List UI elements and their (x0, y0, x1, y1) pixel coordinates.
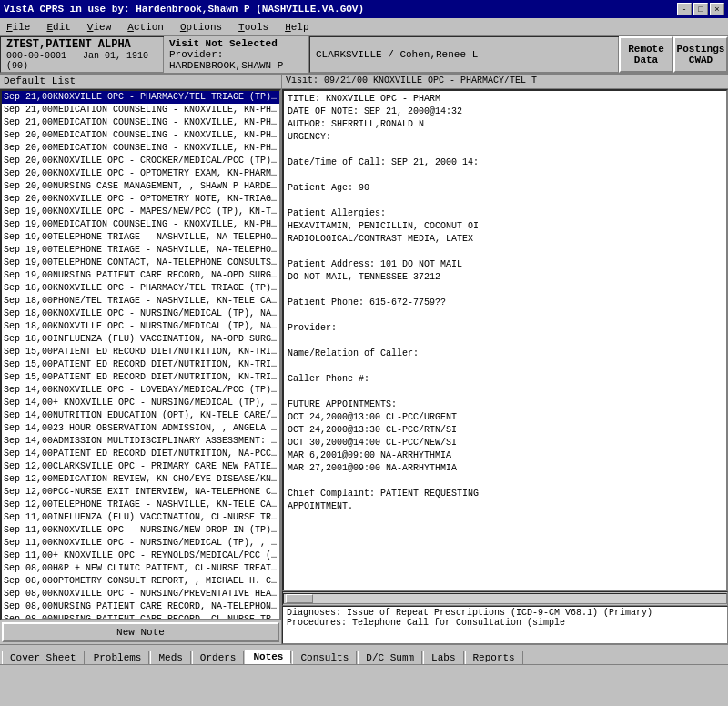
note-line: Patient Allergies: (288, 207, 723, 220)
tab-consults[interactable]: Consults (292, 651, 357, 664)
note-line: Patient Address: 101 DO NOT MAIL (288, 258, 723, 271)
list-item[interactable]: Sep 19,00TELEPHONE CONTACT, NA-TELEPHONE… (2, 257, 279, 269)
list-item[interactable]: Sep 14,0023 HOUR OBSERVATION ADMISSION, … (2, 422, 279, 435)
horizontal-scrollbar[interactable] (282, 591, 728, 606)
note-line: MAR 6,2001@09:00 NA-ARRHYTHMIA (288, 449, 723, 462)
tab-d-c-summ[interactable]: D/C Summ (358, 651, 422, 664)
note-line: TITLE: KNOXVILLE OPC - PHARM (288, 93, 723, 106)
scroll-track[interactable] (283, 593, 727, 604)
list-item[interactable]: Sep 20,00MEDICATION COUNSELING - KNOXVIL… (2, 142, 279, 155)
tab-problems[interactable]: Problems (86, 651, 150, 664)
list-item[interactable]: Sep 19,00NURSING PATIENT CARE RECORD, NA… (2, 269, 279, 282)
menu-action[interactable]: Action (125, 21, 167, 34)
tab-reports[interactable]: Reports (465, 651, 523, 664)
tab-orders[interactable]: Orders (192, 651, 245, 664)
close-button[interactable]: × (710, 3, 724, 15)
patient-bar: ZTEST,PATIENT ALPHA 000-00-0001 Jan 01, … (0, 36, 728, 75)
list-item[interactable]: Sep 18,00PHONE/TEL TRIAGE - NASHVILLE, K… (2, 295, 279, 308)
title-bar: VistA CPRS in use by: Hardenbrook,Shawn … (0, 0, 728, 18)
list-item[interactable]: Sep 18,00KNOXVILLE OPC - NURSING/MEDICAL… (2, 320, 279, 333)
list-item[interactable]: Sep 11,00+ KNOXVILLE OPC - REYNOLDS/MEDI… (2, 550, 279, 562)
tab-meds[interactable]: Meds (150, 651, 190, 664)
list-item[interactable]: Sep 20,00MEDICATION COUNSELING - KNOXVIL… (2, 129, 279, 142)
menu-view[interactable]: View (85, 21, 114, 34)
postings-button[interactable]: Postings CWAD (673, 36, 728, 73)
list-item[interactable]: Sep 14,00NUTRITION EDUCATION (OPT), KN-T… (2, 409, 279, 422)
list-item[interactable]: Sep 20,00KNOXVILLE OPC - OPTOMETRY NOTE,… (2, 193, 279, 206)
note-line: OCT 24,2000@13:00 CL-PCC/URGENT (288, 411, 723, 424)
list-item[interactable]: Sep 20,00NURSING CASE MANAGEMENT, , SHAW… (2, 180, 279, 193)
list-item[interactable]: Sep 11,00INFLUENZA (FLU) VACCINATION, CL… (2, 511, 279, 524)
list-item[interactable]: Sep 08,00H&P + NEW CLINIC PATIENT, CL-NU… (2, 562, 279, 575)
list-item[interactable]: Sep 15,00PATIENT ED RECORD DIET/NUTRITIO… (2, 371, 279, 384)
note-line: MAR 27,2001@09:00 NA-ARRHYTHMIA (288, 462, 723, 475)
right-buttons: Remote Data Postings CWAD (619, 36, 728, 73)
list-item[interactable]: Sep 08,00NURSING PATIENT CARE RECORD, CL… (2, 613, 279, 620)
list-item[interactable]: Sep 08,00NURSING PATIENT CARE RECORD, NA… (2, 600, 279, 613)
note-content[interactable]: TITLE: KNOXVILLE OPC - PHARMDATE OF NOTE… (282, 89, 728, 591)
list-item[interactable]: Sep 20,00KNOXVILLE OPC - CROCKER/MEDICAL… (2, 155, 279, 167)
new-note-button[interactable]: New Note (2, 622, 279, 642)
menu-edit[interactable]: Edit (44, 21, 73, 34)
list-item[interactable]: Sep 15,00PATIENT ED RECORD DIET/NUTRITIO… (2, 358, 279, 371)
note-line: Provider: (288, 322, 723, 335)
list-item[interactable]: Sep 18,00KNOXVILLE OPC - PHARMACY/TEL TR… (2, 282, 279, 295)
maximize-button[interactable]: □ (693, 3, 708, 15)
right-panel: Visit: 09/21/00 KNOXVILLE OPC - PHARMACY… (282, 75, 728, 644)
remote-data-button[interactable]: Remote Data (619, 36, 673, 73)
list-item[interactable]: Sep 21,00MEDICATION COUNSELING - KNOXVIL… (2, 104, 279, 116)
note-list[interactable]: Sep 21,00KNOXVILLE OPC - PHARMACY/TEL TR… (0, 89, 281, 620)
list-item[interactable]: Sep 18,00KNOXVILLE OPC - NURSING/MEDICAL… (2, 308, 279, 320)
menu-help[interactable]: Help (282, 21, 311, 34)
list-item[interactable]: Sep 14,00ADMISSION MULTIDISCIPLINARY ASS… (2, 435, 279, 448)
note-line: OCT 30,2000@14:00 CL-PCC/NEW/SI (288, 437, 723, 449)
note-line: DATE OF NOTE: SEP 21, 2000@14:32 (288, 106, 723, 118)
minimize-button[interactable]: - (677, 3, 692, 15)
list-item[interactable]: Sep 21,00KNOXVILLE OPC - PHARMACY/TEL TR… (2, 91, 279, 104)
tab-cover-sheet[interactable]: Cover Sheet (2, 651, 85, 664)
list-item[interactable]: Sep 14,00+ KNOXVILLE OPC - NURSING/MEDIC… (2, 397, 279, 409)
list-item[interactable]: Sep 12,00MEDICATION REVIEW, KN-CHO/EYE D… (2, 473, 279, 486)
menu-tools[interactable]: Tools (236, 21, 271, 34)
note-line: Name/Relation of Caller: (288, 348, 723, 360)
diag-line: Diagnoses: Issue of Repeat Prescriptions… (287, 608, 723, 618)
provider-label: Provider: HARDENBROOK,SHAWN P (169, 49, 303, 71)
note-line: FUTURE APPOINTMENTS: (288, 398, 723, 411)
tab-notes[interactable]: Notes (245, 650, 291, 664)
list-item[interactable]: Sep 19,00TELEPHONE TRIAGE - NASHVILLE, N… (2, 231, 279, 244)
list-item[interactable]: Sep 12,00TELEPHONE TRIAGE - NASHVILLE, K… (2, 499, 279, 511)
list-item[interactable]: Sep 19,00KNOXVILLE OPC - MAPES/NEW/PCC (… (2, 206, 279, 218)
list-item[interactable]: Sep 08,00OPTOMETRY CONSULT REPORT, , MIC… (2, 575, 279, 588)
diagnoses-bar: Diagnoses: Issue of Repeat Prescriptions… (282, 606, 728, 644)
list-item[interactable]: Sep 21,00MEDICATION COUNSELING - KNOXVIL… (2, 116, 279, 129)
note-line: DO NOT MAIL, TENNESSEE 37212 (288, 271, 723, 284)
menu-file[interactable]: File (4, 21, 33, 34)
list-item[interactable]: Sep 18,00INFLUENZA (FLU) VACCINATION, NA… (2, 333, 279, 346)
visit-info: Visit Not Selected Provider: HARDENBROOK… (164, 36, 309, 73)
list-item[interactable]: Sep 12,00PCC-NURSE EXIT INTERVIEW, NA-TE… (2, 486, 279, 499)
note-line (288, 195, 723, 207)
list-item[interactable]: Sep 15,00PATIENT ED RECORD DIET/NUTRITIO… (2, 346, 279, 358)
note-line (288, 309, 723, 322)
note-line: APPOINTMENT. (288, 500, 723, 513)
location-info: CLARKSVILLE / Cohen,Renee L (309, 36, 619, 73)
tab-labs[interactable]: Labs (423, 651, 463, 664)
list-item[interactable]: Sep 14,00KNOXVILLE OPC - LOVEDAY/MEDICAL… (2, 384, 279, 397)
list-item[interactable]: Sep 14,00PATIENT ED RECORD DIET/NUTRITIO… (2, 448, 279, 460)
menu-options[interactable]: Options (177, 21, 225, 34)
list-item[interactable]: Sep 19,00MEDICATION COUNSELING - KNOXVIL… (2, 218, 279, 231)
list-item[interactable]: Sep 11,00KNOXVILLE OPC - NURSING/MEDICAL… (2, 537, 279, 550)
location-label: CLARKSVILLE / Cohen,Renee L (316, 49, 612, 60)
list-item[interactable]: Sep 12,00CLARKSVILLE OPC - PRIMARY CARE … (2, 460, 279, 473)
title-bar-buttons: - □ × (677, 3, 724, 15)
note-line: HEXAVITAMIN, PENICILLIN, COCONUT OI (288, 220, 723, 233)
list-item[interactable]: Sep 08,00KNOXVILLE OPC - NURSING/PREVENT… (2, 588, 279, 600)
note-line: Patient Phone: 615-672-7759?? (288, 297, 723, 309)
main-area: Default List Sep 21,00KNOXVILLE OPC - PH… (0, 75, 728, 644)
note-line: RADIOLOGICAL/CONTRAST MEDIA, LATEX (288, 233, 723, 246)
scroll-thumb[interactable] (286, 594, 313, 603)
status-bar (0, 664, 728, 684)
list-item[interactable]: Sep 19,00TELEPHONE TRIAGE - NASHVILLE, N… (2, 244, 279, 257)
list-item[interactable]: Sep 20,00KNOXVILLE OPC - OPTOMETRY EXAM,… (2, 167, 279, 180)
list-item[interactable]: Sep 11,00KNOXVILLE OPC - NURSING/NEW DRO… (2, 524, 279, 537)
